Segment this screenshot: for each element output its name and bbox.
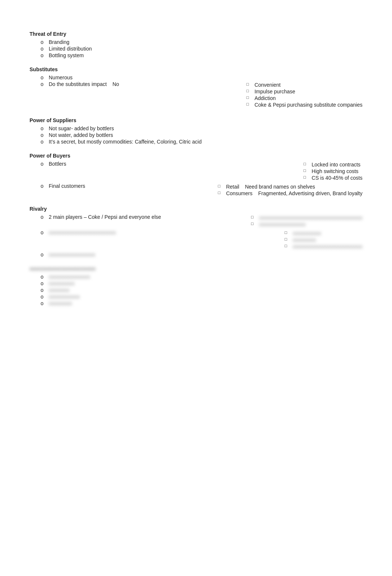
section-power-of-suppliers: Power of SuppliersNot sugar- added by bo… <box>30 117 362 145</box>
section-threat-of-entry: Threat of EntryBrandingLimited distribut… <box>30 31 362 58</box>
list-subitem-text: Addiction <box>254 95 362 101</box>
list-subitem: xxxxxxxxxxxxxxxxxx <box>251 221 362 227</box>
list-subitem-text: Locked into contracts <box>312 162 362 168</box>
list-item-text: Not sugar- added by bottlers <box>49 125 362 131</box>
list-subitem: Consumers Fragmented, Advertising driven… <box>218 190 362 196</box>
list-subitem-text: xxxxxxxxxxxxxxxxxx <box>259 221 362 227</box>
list-item: xxxxxxxxxx <box>41 280 362 286</box>
list-subitem: Retail Need brand names on shelves <box>218 184 362 190</box>
section-heading-substitutes: Substitutes <box>30 66 362 72</box>
list-item: Not water, added by bottlers <box>41 132 362 138</box>
list-subitem-text: Coke & Pepsi purchasing substitute compa… <box>254 102 362 108</box>
list-item: xxxxxxxxx <box>41 300 362 306</box>
list-subitem: CS is 40-45% of costs <box>303 175 362 181</box>
list-item-text: It’s a secret, but mostly commodities: C… <box>49 139 362 145</box>
section-heading-threat-of-entry: Threat of Entry <box>30 31 362 37</box>
list-subitem: xxxxxxxxxxxxxxxxxxxxxxxxxxxxxxxxxxxxxxxx <box>251 215 362 221</box>
list-item-text: Bottling system <box>49 52 362 58</box>
list-item-text: Bottlers <box>49 161 289 167</box>
section-heading-rivalry: Rivalry <box>30 206 362 212</box>
list-item-text: Final customers <box>49 183 203 189</box>
list-subitem-text: Convenient <box>254 82 362 88</box>
list-subitem: Addiction <box>246 95 362 101</box>
list-item: xxxxxxxxxxxxxxxxxx <box>41 252 362 258</box>
list-item: xxxxxxxxxxxx <box>41 294 362 300</box>
list-item-text: xxxxxxxxxx <box>49 280 362 286</box>
list-item-text: Do the substitutes impact No <box>49 81 231 87</box>
list-subitem-text: CS is 40-45% of costs <box>312 175 362 181</box>
list-item-text: xxxxxxxxxxxxxxxxxxxxxxxxxx <box>49 230 270 235</box>
list-item-text: 2 main players – Coke / Pepsi and everyo… <box>49 214 236 220</box>
list-item: Not sugar- added by bottlers <box>41 125 362 131</box>
list-item: Do the substitutes impact NoConvenientIm… <box>41 81 362 109</box>
list-item-text: xxxxxxxx <box>49 287 362 293</box>
list-item-text: Branding <box>49 39 362 45</box>
list-subitem-text: Impulse purchase <box>254 89 362 94</box>
section-rivalry: Rivalry2 main players – Coke / Pepsi and… <box>30 206 362 258</box>
list-item: Limited distribution <box>41 46 362 52</box>
list-subitem: Impulse purchase <box>246 89 362 94</box>
list-subitem-text: Retail Need brand names on shelves <box>226 184 362 190</box>
section-blurred-section: xxxxxxxxxxxxxxxxxxxxxxxxxxxxxxxxxxxxxxxx… <box>30 266 362 306</box>
list-subitem-text: xxxxxxxxxxxxxxxxxxxxxxxxxxxxxxxxxxxxxxxx <box>259 215 362 221</box>
list-subitem: High switching costs <box>303 168 362 174</box>
list-item: Final customersRetail Need brand names o… <box>41 183 362 198</box>
list-item-text: xxxxxxxxx <box>49 300 362 306</box>
list-subitem: xxxxxxxxxxxxxxxxxxxxxxxxxxx <box>285 244 362 249</box>
list-item: Bottling system <box>41 52 362 58</box>
list-item-text: xxxxxxxxxxxxxxxx <box>49 274 362 280</box>
document-container: Threat of EntryBrandingLimited distribut… <box>30 31 362 306</box>
list-subitem: Convenient <box>246 82 362 88</box>
section-heading-blurred-section: xxxxxxxxxxxxxxxxxxxxxxx <box>30 266 362 272</box>
list-item-text: xxxxxxxxxxxxxxxxxx <box>49 252 362 258</box>
list-subitem: Coke & Pepsi purchasing substitute compa… <box>246 102 362 108</box>
section-power-of-buyers: Power of BuyersBottlersLocked into contr… <box>30 153 362 198</box>
list-item: xxxxxxxxxxxxxxxxxxxxxxxxxxxxxxxxxxxxxxxx… <box>41 230 362 251</box>
list-subitem: xxxxxxxxx <box>285 237 362 243</box>
section-heading-power-of-buyers: Power of Buyers <box>30 153 362 159</box>
list-item: BottlersLocked into contractsHigh switch… <box>41 161 362 182</box>
list-subitem-text: xxxxxxxxx <box>293 237 362 243</box>
section-substitutes: SubstitutesNumerousDo the substitutes im… <box>30 66 362 109</box>
list-subitem-text: Consumers Fragmented, Advertising driven… <box>226 190 362 196</box>
list-subitem-text: xxxxxxxxxxx <box>293 230 362 236</box>
list-item: Branding <box>41 39 362 45</box>
list-item: xxxxxxxx <box>41 287 362 293</box>
list-item-text: xxxxxxxxxxxx <box>49 294 362 300</box>
list-subitem: xxxxxxxxxxx <box>285 230 362 236</box>
list-item: It’s a secret, but mostly commodities: C… <box>41 139 362 145</box>
section-heading-power-of-suppliers: Power of Suppliers <box>30 117 362 123</box>
list-subitem: Locked into contracts <box>303 162 362 168</box>
list-item-text: Not water, added by bottlers <box>49 132 362 138</box>
list-item: xxxxxxxxxxxxxxxx <box>41 274 362 280</box>
list-subitem-text: High switching costs <box>312 168 362 174</box>
list-subitem-text: xxxxxxxxxxxxxxxxxxxxxxxxxxx <box>293 244 362 249</box>
list-item-text: Numerous <box>49 75 362 80</box>
list-item: 2 main players – Coke / Pepsi and everyo… <box>41 214 362 229</box>
list-item: Numerous <box>41 75 362 80</box>
list-item-text: Limited distribution <box>49 46 362 52</box>
